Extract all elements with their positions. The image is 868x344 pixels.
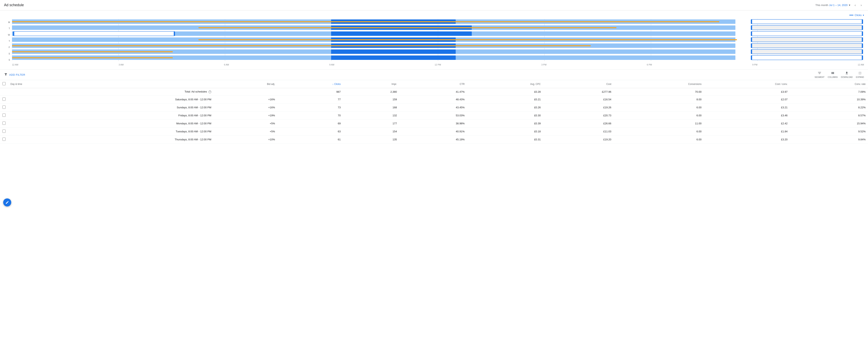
expand-button[interactable]: EXPAND: [856, 71, 864, 78]
download-button[interactable]: DOWNLOAD: [841, 71, 853, 78]
download-icon: [845, 71, 848, 76]
row-ctr: 43.45%: [399, 103, 467, 112]
row-checkbox-0[interactable]: [2, 97, 6, 101]
col-header-conv-rate[interactable]: Conv. rate: [790, 80, 868, 88]
columns-button[interactable]: COLUMNS: [828, 71, 838, 78]
segment-label: SEGMENT: [814, 76, 824, 78]
row-conv-rate: 15.94%: [790, 120, 868, 128]
date-label: This month: [815, 4, 828, 7]
time-label-12am-end: 12 AM: [858, 63, 864, 66]
row-cost-conv: £1.84: [704, 128, 790, 135]
table-row: Mondays, 8:00 AM - 12:00 PM +5% 69 177 3…: [0, 120, 868, 128]
row-checkbox-cell[interactable]: [0, 95, 8, 103]
row-clicks: 70: [277, 112, 343, 120]
row-avg-cpc: £0.26: [467, 103, 543, 112]
row-checkbox-3[interactable]: [2, 122, 6, 125]
table-row: Saturdays, 8:00 AM - 12:00 PM +16% 77 15…: [0, 95, 868, 103]
col-header-avg-cpc[interactable]: Avg. CPC: [467, 80, 543, 88]
row-cost-conv: £3.46: [704, 112, 790, 120]
day-label-w: W: [8, 32, 10, 38]
svg-rect-27: [12, 45, 591, 46]
row-checkbox-4[interactable]: [2, 130, 6, 133]
day-label-f: F: [8, 44, 10, 50]
time-label-12am: 12 AM: [12, 63, 18, 66]
row-impr: 159: [343, 95, 399, 103]
time-label-6pm: 6 PM: [647, 63, 652, 66]
filter-left: ADD FILTER: [4, 73, 25, 77]
row-cost-conv: £2.42: [704, 120, 790, 128]
columns-icon: [831, 71, 835, 76]
col-header-conversions[interactable]: Conversions: [614, 80, 704, 88]
filter-bar: ADD FILTER SEGMENT COLUMNS DOWNLOAD EXPA…: [0, 69, 868, 80]
total-clicks: 987: [277, 88, 343, 95]
col-header-cost-conv[interactable]: Cost / conv.: [704, 80, 790, 88]
row-checkbox-cell[interactable]: [0, 103, 8, 112]
row-cost: £11.03: [543, 128, 614, 135]
row-conv-rate: 9.52%: [790, 128, 868, 135]
total-avg-cpc: £0.28: [467, 88, 543, 95]
col-header-cost[interactable]: Cost: [543, 80, 614, 88]
select-all-cell[interactable]: [0, 80, 8, 88]
row-checkbox-cell[interactable]: [0, 128, 8, 135]
row-day-time: Saturdays, 8:00 AM - 12:00 PM: [8, 95, 214, 103]
total-ctr: 41.47%: [399, 88, 467, 95]
time-label-9pm: 9 PM: [752, 63, 757, 66]
table-row: Tuesdays, 8:00 AM - 12:00 PM +5% 63 154 …: [0, 128, 868, 135]
row-day-time: Sundays, 8:00 AM - 12:00 PM: [8, 103, 214, 112]
row-cost: £19.26: [543, 103, 614, 112]
svg-rect-16: [751, 25, 862, 30]
row-avg-cpc: £0.31: [467, 135, 543, 144]
svg-rect-18: [331, 31, 472, 36]
legend-dropdown-icon[interactable]: ▾: [863, 14, 864, 17]
legend-clicks[interactable]: Clicks ▾: [849, 13, 864, 17]
table-header-row: Day & time Bid adj. ↓Clicks Impr. CTR Av…: [0, 80, 868, 88]
total-cost: £277.96: [543, 88, 614, 95]
row-avg-cpc: £0.18: [467, 128, 543, 135]
add-filter-button[interactable]: ADD FILTER: [9, 73, 25, 76]
row-bid-adj: +5%: [214, 128, 277, 135]
row-cost: £20.73: [543, 112, 614, 120]
svg-rect-36: [751, 56, 862, 60]
row-checkbox-cell[interactable]: [0, 112, 8, 120]
row-cost: £26.66: [543, 120, 614, 128]
row-checkbox-cell[interactable]: [0, 120, 8, 128]
row-checkbox-5[interactable]: [2, 137, 6, 141]
legend-line: [849, 15, 854, 15]
row-conv-rate: 8.22%: [790, 103, 868, 112]
col-header-ctr[interactable]: CTR: [399, 80, 467, 88]
svg-rect-11: [12, 21, 719, 22]
svg-rect-23: [198, 39, 737, 40]
col-header-impr[interactable]: Impr.: [343, 80, 399, 88]
day-label-t2: T: [8, 38, 10, 44]
prev-arrow[interactable]: ‹: [852, 2, 858, 8]
col-header-bid-adj[interactable]: Bid adj.: [214, 80, 277, 88]
row-checkbox-2[interactable]: [2, 114, 6, 117]
row-checkbox-cell[interactable]: [0, 135, 8, 144]
row-avg-cpc: £0.39: [467, 120, 543, 128]
row-avg-cpc: £0.21: [467, 95, 543, 103]
col-header-clicks[interactable]: ↓Clicks: [277, 80, 343, 88]
date-dropdown-icon[interactable]: ▼: [848, 4, 851, 7]
row-clicks: 73: [277, 103, 343, 112]
row-avg-cpc: £0.30: [467, 112, 543, 120]
row-checkbox-1[interactable]: [2, 105, 6, 109]
row-conversions: 6.00: [614, 103, 704, 112]
time-axis: 12 AM 3 AM 6 AM 9 AM 12 PM 3 PM 6 PM 9 P…: [12, 63, 864, 67]
row-day-time: Fridays, 8:00 AM - 12:00 PM: [8, 112, 214, 120]
next-arrow[interactable]: ›: [858, 2, 864, 8]
row-ctr: 48.43%: [399, 95, 467, 103]
total-help-icon[interactable]: ?: [209, 91, 211, 93]
segment-button[interactable]: SEGMENT: [814, 71, 824, 78]
total-impr: 2,380: [343, 88, 399, 95]
day-label-t1: T: [8, 26, 10, 31]
row-cost-conv: £2.07: [704, 95, 790, 103]
row-impr: 154: [343, 128, 399, 135]
page-header: Ad schedule This month Jul 1 – 14, 2020 …: [0, 0, 868, 10]
day-label-s2: S: [8, 57, 10, 63]
row-day-time: Thursdays, 8:00 AM - 12:00 PM: [8, 135, 214, 144]
row-impr: 177: [343, 120, 399, 128]
row-conversions: 6.00: [614, 112, 704, 120]
col-header-day-time[interactable]: Day & time: [8, 80, 214, 88]
select-all-checkbox[interactable]: [2, 82, 6, 85]
svg-rect-20: [751, 31, 862, 36]
